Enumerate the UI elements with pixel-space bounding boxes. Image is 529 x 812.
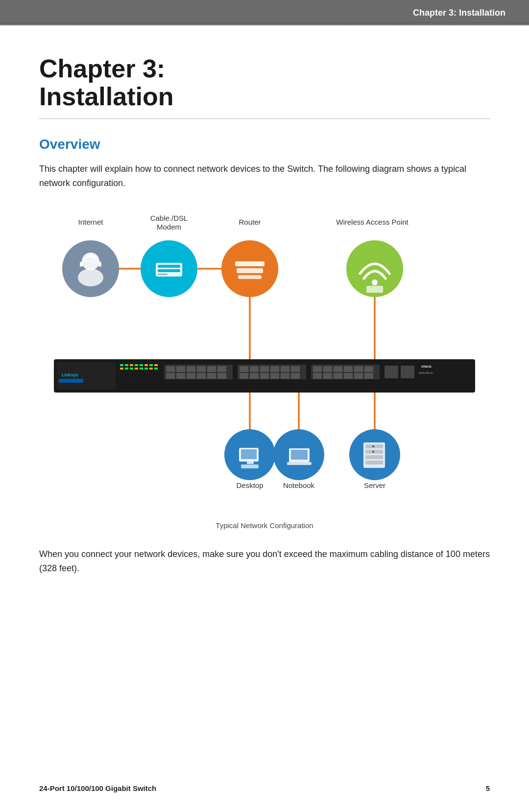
svg-rect-80 [323,373,332,379]
diagram-caption: Typical Network Configuration [39,521,490,530]
svg-rect-41 [135,368,138,370]
svg-rect-44 [149,368,153,370]
overview-paragraph1: This chapter will explain how to connect… [39,162,490,190]
svg-rect-86 [401,366,414,378]
svg-rect-99 [291,450,308,460]
svg-rect-58 [217,373,226,379]
svg-text:Desktop: Desktop [236,481,263,489]
header-bar: Chapter 3: Installation [0,0,529,25]
svg-rect-50 [197,366,206,372]
svg-rect-45 [154,368,158,370]
svg-rect-94 [241,449,257,459]
svg-rect-78 [364,366,373,372]
svg-rect-105 [365,455,383,459]
svg-rect-106 [365,461,383,464]
diagram-svg: Internet Cable./DSL Modem Router Wireles… [39,210,490,513]
svg-rect-36 [149,364,153,366]
svg-rect-68 [260,373,269,379]
svg-text:SR224G-K: SR224G-K [419,371,433,374]
svg-text:Notebook: Notebook [283,481,315,489]
svg-rect-29 [59,379,83,383]
svg-rect-17 [158,269,180,272]
svg-text:Linksys: Linksys [62,372,78,377]
svg-rect-48 [176,366,185,372]
svg-rect-96 [241,464,259,468]
svg-rect-75 [334,366,342,372]
svg-point-11 [78,269,103,286]
svg-rect-77 [354,366,363,372]
svg-rect-33 [135,364,138,366]
chapter-title: Chapter 3: Installation [39,55,490,111]
svg-rect-35 [144,364,148,366]
section-title: Overview [39,137,490,152]
svg-rect-43 [144,368,148,370]
chapter-divider [39,118,490,119]
bottom-paragraph: When you connect your network devices, m… [39,547,490,576]
svg-rect-69 [270,373,279,379]
svg-rect-30 [120,364,123,366]
svg-rect-53 [166,373,175,379]
svg-rect-82 [344,373,353,379]
svg-rect-55 [187,373,195,379]
svg-rect-37 [154,364,158,366]
svg-rect-60 [240,366,248,372]
svg-rect-51 [207,366,216,372]
svg-rect-66 [240,373,248,379]
svg-rect-65 [291,366,300,372]
svg-rect-39 [125,368,128,370]
svg-rect-22 [238,275,262,279]
svg-rect-13 [98,262,101,267]
svg-rect-12 [80,262,83,267]
svg-text:Server: Server [364,481,385,489]
svg-text:Router: Router [239,218,261,226]
svg-rect-74 [323,366,332,372]
svg-rect-25 [366,286,383,293]
svg-rect-81 [334,373,342,379]
svg-point-108 [372,451,374,453]
svg-text:Cable./DSL: Cable./DSL [150,214,188,222]
svg-text:cisco.: cisco. [421,364,433,369]
svg-rect-47 [166,366,175,372]
svg-point-24 [372,279,378,285]
svg-rect-83 [354,373,363,379]
svg-rect-54 [176,373,185,379]
svg-text:Internet: Internet [78,218,104,226]
footer-page: 5 [486,784,490,792]
svg-rect-79 [313,373,322,379]
svg-rect-21 [237,268,263,273]
svg-rect-18 [158,274,168,275]
footer-product: 24-Port 10/100/100 Gigabit Switch [39,784,156,792]
svg-rect-73 [313,366,322,372]
svg-point-107 [372,445,374,447]
svg-text:Wireless Access Point: Wireless Access Point [336,218,409,226]
svg-rect-40 [130,368,133,370]
svg-rect-16 [158,265,180,268]
header-title: Chapter 3: Installation [413,8,505,18]
main-content: Chapter 3: Installation Overview This ch… [0,25,529,634]
svg-rect-20 [235,261,264,266]
svg-rect-70 [281,373,289,379]
svg-rect-31 [125,364,128,366]
svg-rect-42 [140,368,143,370]
svg-rect-56 [197,373,206,379]
svg-rect-63 [270,366,279,372]
svg-rect-32 [130,364,133,366]
svg-rect-64 [281,366,289,372]
svg-text:Modem: Modem [157,223,181,231]
svg-rect-71 [291,373,300,379]
svg-rect-34 [140,364,143,366]
svg-rect-62 [260,366,269,372]
network-diagram: Internet Cable./DSL Modem Router Wireles… [39,210,490,513]
svg-rect-67 [250,373,259,379]
svg-rect-84 [364,373,373,379]
svg-rect-38 [120,368,123,370]
svg-rect-100 [287,462,312,465]
svg-rect-49 [187,366,195,372]
svg-rect-76 [344,366,353,372]
svg-rect-61 [250,366,259,372]
svg-rect-85 [385,366,398,378]
svg-rect-95 [247,462,254,464]
svg-rect-52 [217,366,226,372]
footer: 24-Port 10/100/100 Gigabit Switch 5 [39,784,490,792]
svg-rect-57 [207,373,216,379]
